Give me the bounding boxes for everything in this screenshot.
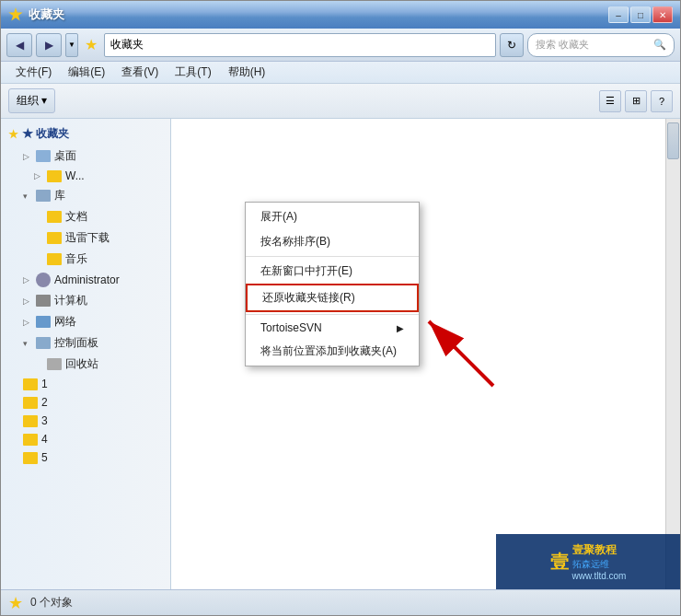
scroll-thumb[interactable] xyxy=(667,122,679,159)
tree-arrow-icon: ▷ xyxy=(23,152,32,161)
title-bar-title: 收藏夹 xyxy=(29,6,603,23)
title-bar-icon xyxy=(8,7,23,22)
library-icon xyxy=(36,190,51,202)
sidebar-item-library[interactable]: ▾ 库 xyxy=(1,185,170,206)
refresh-button[interactable]: ↻ xyxy=(500,33,524,57)
organize-button[interactable]: 组织 ▾ xyxy=(8,88,55,113)
watermark-line3: www.tltd.com xyxy=(572,571,627,581)
sidebar-item-desktop[interactable]: ▷ 桌面 xyxy=(1,145,170,167)
menu-view[interactable]: 查看(V) xyxy=(114,63,166,82)
view-list-button[interactable]: ☰ xyxy=(599,90,621,112)
view-grid-button[interactable]: ⊞ xyxy=(625,90,647,112)
content-pane: 展开(A) 按名称排序(B) 在新窗口中打开(E) 还原收藏夹链接(R) Tor… xyxy=(171,119,680,589)
ctx-divider-2 xyxy=(246,314,419,315)
sidebar-item-computer[interactable]: ▷ 计算机 xyxy=(1,290,170,311)
sidebar-item-documents[interactable]: 文档 xyxy=(1,206,170,227)
help-button[interactable]: ? xyxy=(651,90,673,112)
sidebar-item-w[interactable]: ▷ W... xyxy=(1,167,170,185)
close-button[interactable]: ✕ xyxy=(652,6,673,23)
ctx-divider-1 xyxy=(246,256,419,257)
ctx-item-add-favorites[interactable]: 将当前位置添加到收藏夹(A) xyxy=(246,339,419,364)
watermark-line1: 壹聚教程 xyxy=(572,542,627,558)
menu-file[interactable]: 文件(F) xyxy=(8,63,59,82)
favorites-star: ★ xyxy=(8,128,18,141)
recycle-icon xyxy=(47,358,62,370)
ctx-item-tortoise[interactable]: TortoiseSVN ▶ xyxy=(246,317,419,339)
menu-edit[interactable]: 编辑(E) xyxy=(61,63,112,82)
toolbar: 组织 ▾ ☰ ⊞ ? xyxy=(1,84,680,119)
search-icon: 🔍 xyxy=(653,39,666,51)
title-bar-buttons: – □ ✕ xyxy=(608,6,673,23)
ctx-item-expand[interactable]: 展开(A) xyxy=(246,204,419,229)
view-buttons: ☰ ⊞ ? xyxy=(599,90,673,112)
admin-icon xyxy=(36,273,51,287)
menu-tools[interactable]: 工具(T) xyxy=(167,63,218,82)
watermark-line2: 拓森远维 xyxy=(572,558,627,571)
minimize-button[interactable]: – xyxy=(608,6,629,23)
sidebar-favorites-header[interactable]: ★ ★ 收藏夹 xyxy=(1,122,170,145)
sidebar-item-2[interactable]: 2 xyxy=(1,393,170,412)
scrollbar[interactable] xyxy=(665,119,680,589)
watermark: 壹 壹聚教程 拓森远维 www.tltd.com xyxy=(496,534,680,589)
desktop-icon xyxy=(36,150,51,162)
sidebar-item-recycle[interactable]: 回收站 xyxy=(1,354,170,375)
search-placeholder: 搜索 收藏夹 xyxy=(536,38,589,52)
sidebar-item-thunderdownload[interactable]: 迅雷下载 xyxy=(1,227,170,249)
folder4-icon xyxy=(23,434,38,446)
favorites-label: ★ 收藏夹 xyxy=(22,126,69,142)
status-star-icon: ★ xyxy=(8,593,23,613)
context-menu: 展开(A) 按名称排序(B) 在新窗口中打开(E) 还原收藏夹链接(R) Tor… xyxy=(245,202,420,366)
main-area: ★ ★ 收藏夹 ▷ 桌面 ▷ W... ▾ 库 文档 xyxy=(1,119,680,589)
nav-bar: ◀ ▶ ▼ ★ 收藏夹 ↻ 搜索 收藏夹 🔍 xyxy=(1,29,680,62)
window: 收藏夹 – □ ✕ ◀ ▶ ▼ ★ 收藏夹 ↻ 搜索 收藏夹 🔍 文件(F) 编… xyxy=(0,0,681,616)
sidebar-item-network[interactable]: ▷ 网络 xyxy=(1,311,170,332)
computer-icon xyxy=(36,295,51,307)
maximize-button[interactable]: □ xyxy=(630,6,651,23)
forward-button[interactable]: ▶ xyxy=(36,33,62,57)
title-bar: 收藏夹 – □ ✕ xyxy=(1,1,680,29)
ctx-item-sort[interactable]: 按名称排序(B) xyxy=(246,229,419,254)
nav-dropdown[interactable]: ▼ xyxy=(65,33,78,57)
sidebar-item-5[interactable]: 5 xyxy=(1,448,170,467)
sidebar-item-1[interactable]: 1 xyxy=(1,375,170,393)
thunder-icon xyxy=(47,232,62,244)
network-icon xyxy=(36,316,51,328)
address-bar[interactable]: 收藏夹 xyxy=(104,33,496,57)
sidebar-item-controlpanel[interactable]: ▾ 控制面板 xyxy=(1,332,170,354)
folder-w-icon xyxy=(47,170,62,182)
sidebar-item-4[interactable]: 4 xyxy=(1,430,170,448)
folder3-icon xyxy=(23,415,38,427)
watermark-brand: 壹 xyxy=(550,550,569,575)
menu-bar: 文件(F) 编辑(E) 查看(V) 工具(T) 帮助(H) xyxy=(1,62,680,84)
svg-line-1 xyxy=(429,321,493,386)
favorites-star-icon: ★ xyxy=(82,36,100,54)
menu-help[interactable]: 帮助(H) xyxy=(221,63,273,82)
search-bar[interactable]: 搜索 收藏夹 🔍 xyxy=(527,33,675,57)
address-text: 收藏夹 xyxy=(110,37,144,52)
status-count: 0 个对象 xyxy=(30,595,73,610)
docs-icon xyxy=(47,211,62,223)
ctx-item-restore[interactable]: 还原收藏夹链接(R) xyxy=(246,284,419,312)
sidebar-item-administrator[interactable]: ▷ Administrator xyxy=(1,270,170,290)
folder5-icon xyxy=(23,452,38,464)
folder2-icon xyxy=(23,397,38,409)
sidebar: ★ ★ 收藏夹 ▷ 桌面 ▷ W... ▾ 库 文档 xyxy=(1,119,171,589)
status-bar: ★ 0 个对象 xyxy=(1,589,680,615)
back-button[interactable]: ◀ xyxy=(6,33,32,57)
sidebar-item-music[interactable]: 音乐 xyxy=(1,249,170,270)
folder1-icon xyxy=(23,378,38,390)
sidebar-item-3[interactable]: 3 xyxy=(1,412,170,430)
music-icon xyxy=(47,253,62,265)
organize-label: 组织 ▾ xyxy=(17,93,47,109)
ctx-item-open-new[interactable]: 在新窗口中打开(E) xyxy=(246,259,419,284)
controlpanel-icon xyxy=(36,337,51,349)
